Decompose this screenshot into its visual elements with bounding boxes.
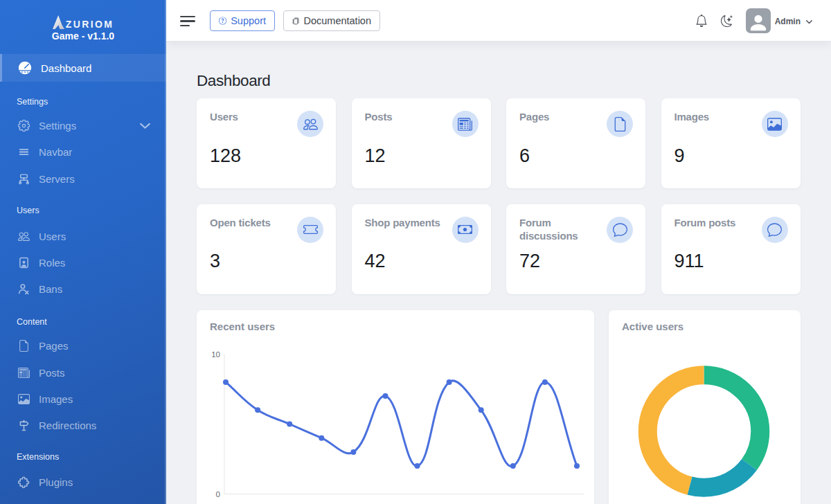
svg-text:0: 0 <box>216 490 220 498</box>
svg-text:10: 10 <box>211 350 220 358</box>
